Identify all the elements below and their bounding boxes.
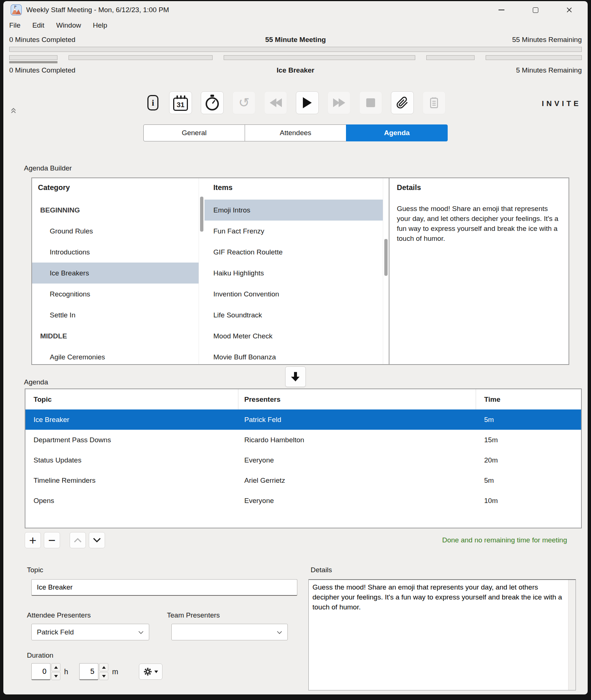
time-status-message: Done and no remaining time for meeting <box>442 536 567 544</box>
table-row[interactable]: Opens Everyone 10m <box>25 490 581 511</box>
current-segment-title: Ice Breaker <box>277 66 314 74</box>
cell-presenters: Ricardo Hambelton <box>238 436 476 444</box>
gear-icon <box>143 667 153 676</box>
collapse-panel-button[interactable] <box>11 108 16 115</box>
segment-progress-labels: 0 Minutes Completed Ice Breaker 5 Minute… <box>9 66 582 75</box>
details-textarea[interactable]: Guess the mood! Share an emoji that repr… <box>309 580 568 690</box>
item-row[interactable]: GIF Reaction Roulette <box>204 242 383 263</box>
category-item[interactable]: Settle In <box>32 305 199 326</box>
down-arrow-icon <box>102 675 106 678</box>
category-scrollbar-thumb[interactable] <box>200 197 203 232</box>
stop-icon <box>366 98 375 107</box>
notepad-icon <box>428 96 440 109</box>
menu-help[interactable]: Help <box>93 21 107 29</box>
tab-general[interactable]: General <box>143 124 245 141</box>
attendee-presenters-dropdown[interactable]: Patrick Feld <box>31 624 149 640</box>
category-header: Category <box>32 178 199 200</box>
play-button[interactable] <box>296 91 319 114</box>
agenda-actions: + − Done and no remaining time for meeti… <box>25 532 582 548</box>
info-button[interactable]: i <box>146 91 160 114</box>
move-up-button <box>70 532 86 548</box>
paperclip-icon <box>396 96 409 109</box>
category-item[interactable]: BEGINNING <box>32 200 199 221</box>
remove-row-button[interactable]: − <box>44 532 60 548</box>
items-scrollbar-thumb[interactable] <box>384 239 388 276</box>
duration-minutes-input[interactable] <box>79 663 98 680</box>
item-row[interactable]: Mood Meter Check <box>204 326 383 347</box>
calendar-button[interactable]: 31 <box>169 91 192 114</box>
table-row[interactable]: Timeline Reminders Ariel Gerrietz 5m <box>25 470 581 490</box>
add-row-button[interactable]: + <box>25 532 41 548</box>
meeting-remaining-label: 55 Minutes Remaining <box>512 36 582 44</box>
move-down-button[interactable] <box>89 532 105 548</box>
duration-hours-input[interactable] <box>31 663 50 680</box>
timer-button[interactable] <box>201 91 224 114</box>
category-item[interactable]: Agile Ceremonies <box>32 347 199 365</box>
segment-bar-4 <box>426 55 475 63</box>
agenda-builder-panel: Category BEGINNING Ground Rules Introduc… <box>31 177 569 365</box>
column-header-topic[interactable]: Topic <box>25 389 238 409</box>
hours-unit-label: h <box>64 668 68 676</box>
maximize-icon <box>533 7 538 13</box>
category-scrollbar[interactable] <box>199 178 204 364</box>
chevron-double-up-icon <box>11 108 16 114</box>
table-row[interactable]: Department Pass Downs Ricardo Hambelton … <box>25 430 581 450</box>
menu-window[interactable]: Window <box>56 21 81 29</box>
tab-agenda[interactable]: Agenda <box>346 124 448 141</box>
segment-bar-2 <box>69 55 212 63</box>
titlebar: Weekly Staff Meeting - Mon, 6/12/23, 1:0… <box>3 1 588 19</box>
info-icon: i <box>147 95 158 110</box>
hours-decrement-button[interactable] <box>51 672 60 680</box>
item-details-text: Guess the mood! Share an emoji that repr… <box>397 204 562 243</box>
team-presenters-label: Team Presenters <box>165 611 288 621</box>
duration-options-button[interactable] <box>139 664 162 680</box>
table-row-selected[interactable]: Ice Breaker Patrick Feld 5m <box>25 409 581 430</box>
column-header-time[interactable]: Time <box>476 395 581 404</box>
column-header-presenters[interactable]: Presenters <box>238 389 476 409</box>
menu-edit[interactable]: Edit <box>32 21 45 29</box>
cell-topic: Opens <box>25 497 238 505</box>
chevron-down-icon <box>138 631 144 634</box>
item-row[interactable]: Haiku Highlights <box>204 263 383 284</box>
item-row[interactable]: Fun Fact Frenzy <box>204 221 383 242</box>
category-item[interactable]: Ground Rules <box>32 221 199 242</box>
table-row[interactable]: Status Updates Everyone 20m <box>25 450 581 470</box>
category-list: Category BEGINNING Ground Rules Introduc… <box>32 178 199 364</box>
category-item[interactable]: MIDDLE <box>32 326 199 347</box>
item-row[interactable]: Invention Convention <box>204 284 383 305</box>
topic-input[interactable] <box>31 579 297 596</box>
attach-button[interactable] <box>391 91 414 114</box>
close-button[interactable] <box>564 5 574 15</box>
category-item[interactable]: Introductions <box>32 242 199 263</box>
duration-controls: h m <box>31 663 297 680</box>
chevron-down-icon <box>277 631 282 634</box>
category-item[interactable]: Recognitions <box>32 284 199 305</box>
fast-forward-icon <box>333 98 345 107</box>
item-row[interactable]: Movie Buff Bonanza <box>204 347 383 365</box>
item-row-selected[interactable]: Emoji Intros <box>204 200 383 221</box>
maximize-button[interactable] <box>530 5 541 15</box>
cell-presenters: Everyone <box>238 456 476 464</box>
cell-time: 15m <box>476 436 581 444</box>
add-to-agenda-button[interactable] <box>285 366 306 387</box>
tab-attendees[interactable]: Attendees <box>245 124 346 141</box>
cell-topic: Status Updates <box>25 456 238 464</box>
items-scrollbar[interactable] <box>383 178 389 364</box>
details-scrollbar[interactable] <box>568 580 576 690</box>
chevron-up-icon <box>74 538 82 543</box>
minutes-increment-button[interactable] <box>99 663 108 671</box>
reset-button: ↺ <box>232 91 255 114</box>
minutes-decrement-button[interactable] <box>99 672 108 680</box>
invite-button[interactable]: INVITE <box>542 99 581 108</box>
category-item-selected[interactable]: Ice Breakers <box>32 263 199 284</box>
item-row[interactable]: Life Soundtrack <box>204 305 383 326</box>
play-icon <box>303 97 312 108</box>
menu-file[interactable]: File <box>9 21 21 29</box>
team-presenters-dropdown[interactable] <box>171 624 288 640</box>
item-details-panel: Details Guess the mood! Share an emoji t… <box>389 178 569 364</box>
hours-increment-button[interactable] <box>51 663 60 671</box>
meeting-title: 55 Minute Meeting <box>265 36 326 44</box>
attendee-presenters-value: Patrick Feld <box>37 628 74 636</box>
cell-presenters: Everyone <box>238 497 476 505</box>
minimize-button[interactable] <box>496 5 507 15</box>
